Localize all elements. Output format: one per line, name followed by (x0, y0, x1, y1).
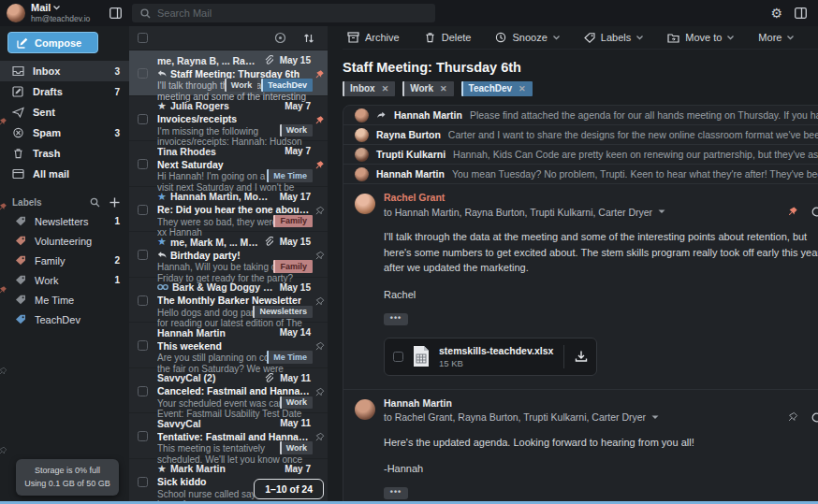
sidebar-label-family[interactable]: Family 2 (0, 251, 129, 270)
delete-button[interactable]: Snooze Delete (424, 32, 472, 43)
message-row[interactable]: Hannah Martin May 14 This weekend Are yo… (129, 323, 328, 368)
label-chip[interactable]: Me Time (267, 351, 313, 364)
thread-tag-teachdev[interactable]: TeachDev✕ (461, 81, 533, 96)
sidebar-toggle-icon[interactable] (110, 7, 122, 19)
quoted-text-toggle[interactable]: ••• (384, 487, 408, 499)
pushpin-icon[interactable] (314, 160, 325, 171)
star-icon[interactable]: ★ (157, 464, 167, 474)
row-checkbox[interactable] (138, 68, 148, 79)
row-checkbox[interactable] (138, 295, 148, 306)
pushpin-icon[interactable] (314, 251, 325, 262)
remove-tag-icon[interactable]: ✕ (440, 84, 447, 94)
sidebar-label-newsletters[interactable]: Newsletters 1 (0, 211, 129, 231)
star-icon[interactable]: ★ (157, 237, 167, 247)
avatar[interactable] (7, 4, 25, 22)
row-checkbox[interactable] (138, 114, 148, 124)
add-label-icon[interactable] (110, 197, 120, 208)
sidebar-item-inbox[interactable]: Inbox 3 (0, 61, 129, 81)
sidebar-item-spam[interactable]: Spam 3 (0, 122, 129, 143)
collapsed-message[interactable]: Rayna Burton Carter and I want to share … (343, 125, 818, 145)
pushpin-icon[interactable] (786, 411, 798, 424)
pushpin-icon[interactable] (314, 341, 325, 353)
pushpin-icon[interactable] (314, 296, 325, 308)
sidebar-label-work[interactable]: Work 1 (0, 270, 129, 290)
pushpin-icon[interactable] (314, 432, 325, 443)
pushpin-icon[interactable] (786, 206, 798, 218)
message-row[interactable]: ★ Hannah Martin, Mom (4) May 17 Re: Did … (129, 187, 328, 233)
sidebar-item-trash[interactable]: Trash (0, 143, 129, 164)
row-checkbox[interactable] (138, 340, 148, 351)
download-icon[interactable] (575, 350, 588, 363)
label-chip[interactable]: Newsletters (253, 306, 313, 319)
row-checkbox[interactable] (138, 386, 148, 396)
pushpin-icon[interactable] (314, 115, 325, 126)
account-menu[interactable]: Mail hm@teachdev.io (0, 0, 129, 26)
sidebar-label-me-time[interactable]: Me Time (0, 290, 129, 310)
thread-tag-work[interactable]: Work✕ (402, 81, 453, 96)
label-chip[interactable]: TeachDev (261, 79, 313, 92)
label-chip[interactable]: Work (280, 396, 313, 410)
snooze-button[interactable]: Snooze (495, 32, 559, 43)
message-row[interactable]: Tina Rhodes May 7 Next Saturday Hi Hanna… (129, 141, 328, 187)
recipients[interactable]: to Rachel Grant, Rayna Burton, Trupti Ku… (384, 411, 646, 423)
sender-name[interactable]: Rachel Grant (384, 192, 445, 203)
row-checkbox[interactable] (138, 159, 148, 169)
app-title[interactable]: Mail (31, 3, 51, 13)
row-checkbox[interactable] (138, 205, 148, 215)
attachment-card[interactable]: stemskills-teachdev.xlsx 15 KB (384, 338, 597, 376)
label-chip[interactable]: Work (280, 124, 313, 137)
star-icon[interactable]: ★ (157, 101, 167, 111)
remove-tag-icon[interactable]: ✕ (382, 84, 389, 94)
more-button[interactable]: More (758, 32, 794, 43)
archive-button[interactable]: Archive (347, 32, 400, 43)
quoted-text-toggle[interactable]: ••• (384, 313, 408, 325)
reading-pane-toggle-icon[interactable] (795, 7, 807, 19)
unread-toggle-icon[interactable] (811, 412, 818, 423)
compose-button[interactable]: Compose (7, 32, 98, 53)
search-input[interactable]: Search Mail (132, 4, 435, 22)
sidebar-item-drafts[interactable]: Drafts 7 (0, 81, 129, 102)
collapsed-message[interactable]: Hannah Martin Please find attached the a… (343, 106, 818, 125)
remove-tag-icon[interactable]: ✕ (519, 84, 526, 94)
chevron-down-icon[interactable] (658, 209, 665, 214)
pushpin-icon[interactable] (314, 69, 325, 80)
avatar (355, 128, 369, 142)
thread-tag-inbox[interactable]: Inbox✕ (343, 81, 395, 96)
row-checkbox[interactable] (138, 431, 148, 441)
sidebar-label-teachdev[interactable]: TeachDev (0, 310, 129, 329)
label-chip[interactable]: Me Time (267, 169, 313, 182)
move-to-button[interactable]: Move to (667, 32, 734, 43)
message-row[interactable]: ★ Julia Rogers May 7 Invoices/receipts I… (129, 96, 328, 142)
label-chip[interactable]: Work (280, 441, 313, 454)
label-chip[interactable]: Work (225, 79, 257, 92)
sidebar-item-sent[interactable]: Sent (0, 102, 129, 122)
attachment-checkbox[interactable] (393, 352, 403, 362)
collapsed-message[interactable]: Hannah Martin You mean Tuesday? No probl… (343, 165, 818, 184)
labels-button[interactable]: Labels (584, 32, 643, 43)
row-checkbox[interactable] (138, 477, 148, 487)
recipients[interactable]: to Hannah Martin, Rayna Burton, Trupti K… (384, 207, 652, 218)
sidebar-label-volunteering[interactable]: Volunteering (0, 231, 129, 251)
select-all-checkbox[interactable] (138, 33, 148, 43)
sort-icon[interactable] (303, 33, 314, 44)
message-row[interactable]: me, Rayna B, ... Rachel G (6) May 15 Sta… (129, 50, 328, 96)
message-body: I'll talk through the data at the meetin… (384, 229, 818, 276)
sender-name[interactable]: Hannah Martin (384, 397, 452, 409)
message-row[interactable]: SavvyCal May 11 Tentative: Fastmail and … (129, 413, 328, 459)
sidebar-item-all-mail[interactable]: All mail (0, 164, 129, 184)
settings-gear-icon[interactable]: ⚙ (770, 7, 782, 20)
star-icon[interactable]: ★ (157, 192, 167, 202)
chevron-down-icon[interactable] (651, 415, 659, 420)
label-chip[interactable]: Family (273, 215, 313, 228)
pushpin-icon[interactable] (314, 387, 325, 398)
label-search-icon[interactable] (90, 197, 100, 208)
collapsed-message[interactable]: Trupti Kulkarni Hannah, Kids Can Code ar… (343, 145, 818, 165)
message-row[interactable]: ★ me, Mark M, ... Mary G (8) May 15 Birt… (129, 232, 328, 278)
message-row[interactable]: Bark & Wag Doggy Daycare May 15 The Mont… (129, 278, 328, 324)
unread-toggle-icon[interactable] (811, 207, 818, 217)
row-checkbox[interactable] (138, 250, 148, 260)
label-chip[interactable]: Family (273, 260, 313, 273)
pushpin-icon[interactable] (314, 206, 325, 217)
read-filter-icon[interactable] (274, 32, 286, 44)
message-row[interactable]: SavvyCal (2) May 11 Canceled: Fastmail a… (129, 368, 328, 414)
